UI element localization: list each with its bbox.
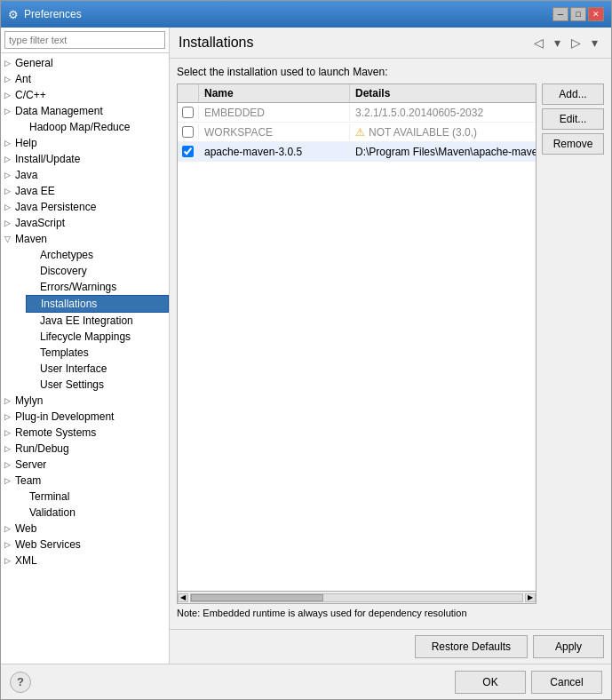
arrow-icon: ▷ bbox=[4, 476, 15, 485]
sidebar-item-installations[interactable]: Installations bbox=[26, 295, 169, 313]
dropdown-forward-button[interactable]: ▾ bbox=[587, 33, 602, 52]
scrollbar-track[interactable] bbox=[190, 593, 523, 602]
apply-button[interactable]: Apply bbox=[533, 635, 604, 658]
sidebar-item-web-services[interactable]: ▷ Web Services bbox=[1, 537, 169, 553]
arrow-icon: ▷ bbox=[4, 524, 15, 533]
sidebar-item-plugin-dev[interactable]: ▷ Plug-in Development bbox=[1, 409, 169, 425]
title-bar-buttons: ─ □ ✕ bbox=[552, 7, 604, 21]
close-button[interactable]: ✕ bbox=[588, 7, 604, 21]
arrow-icon: ▷ bbox=[4, 203, 15, 211]
sidebar-item-user-settings[interactable]: User Settings bbox=[26, 377, 169, 393]
sidebar-item-java[interactable]: ▷ Java bbox=[1, 167, 169, 183]
sidebar-item-general[interactable]: ▷ General bbox=[1, 55, 169, 71]
col-name: Name bbox=[199, 84, 350, 102]
sidebar-item-server[interactable]: ▷ Server bbox=[1, 457, 169, 473]
table-header: Name Details bbox=[178, 84, 536, 103]
sidebar-item-java-ee[interactable]: ▷ Java EE bbox=[1, 183, 169, 199]
sidebar-item-label: JavaScript bbox=[15, 217, 65, 229]
window-title: Preferences bbox=[24, 8, 82, 20]
row-checkbox-workspace[interactable] bbox=[182, 126, 194, 138]
sidebar-item-label: User Settings bbox=[40, 378, 104, 391]
col-check bbox=[178, 84, 199, 102]
bottom-buttons: Restore Defaults Apply bbox=[170, 629, 611, 664]
remove-button[interactable]: Remove bbox=[542, 133, 604, 155]
row-checkbox-embedded[interactable] bbox=[182, 107, 194, 118]
sidebar-item-label: C/C++ bbox=[15, 89, 46, 101]
arrow-icon: ▷ bbox=[4, 75, 15, 84]
sidebar-item-label: Mylyn bbox=[15, 394, 43, 407]
ok-button[interactable]: OK bbox=[455, 671, 526, 694]
sidebar-item-java-persistence[interactable]: ▷ Java Persistence bbox=[1, 199, 169, 215]
sidebar-item-mylyn[interactable]: ▷ Mylyn bbox=[1, 393, 169, 409]
arrow-icon: ▷ bbox=[4, 460, 15, 469]
right-panel: Installations ◁ ▾ ▷ ▾ Select the install… bbox=[170, 28, 611, 664]
table-action-buttons: Add... Edit... Remove bbox=[542, 84, 604, 604]
scroll-right-button[interactable]: ▶ bbox=[525, 593, 536, 602]
tree: ▷ General ▷ Ant ▷ C/C++ ▷ Data Managemen… bbox=[1, 53, 169, 664]
sidebar-item-label: Ant bbox=[15, 73, 31, 85]
dropdown-back-button[interactable]: ▾ bbox=[550, 33, 565, 52]
col-details: Details bbox=[350, 84, 536, 102]
arrow-icon: ▽ bbox=[4, 235, 15, 243]
sidebar-item-lifecycle-mappings[interactable]: Lifecycle Mappings bbox=[26, 329, 169, 345]
sidebar-item-label: Templates bbox=[40, 346, 89, 359]
sidebar-item-run-debug[interactable]: ▷ Run/Debug bbox=[1, 441, 169, 457]
help-button[interactable]: ? bbox=[10, 672, 31, 693]
sidebar-item-archetypes[interactable]: Archetypes bbox=[26, 247, 169, 263]
sidebar-item-data-management[interactable]: ▷ Data Management bbox=[1, 103, 169, 119]
sidebar-item-errors-warnings[interactable]: Errors/Warnings bbox=[26, 279, 169, 295]
edit-button[interactable]: Edit... bbox=[542, 108, 604, 130]
sidebar-item-maven[interactable]: ▽ Maven bbox=[1, 231, 169, 247]
sidebar-item-label: Java EE bbox=[15, 185, 55, 197]
arrow-icon: ▷ bbox=[4, 155, 15, 163]
sidebar-item-xml[interactable]: ▷ XML bbox=[1, 553, 169, 569]
sidebar-item-hadoop[interactable]: Hadoop Map/Reduce bbox=[1, 119, 169, 135]
sidebar-item-web[interactable]: ▷ Web bbox=[1, 521, 169, 537]
horizontal-scrollbar: ◀ ▶ bbox=[178, 591, 536, 603]
sidebar-item-ant[interactable]: ▷ Ant bbox=[1, 71, 169, 87]
add-button[interactable]: Add... bbox=[542, 84, 604, 105]
row-details-workspace: ⚠ NOT AVAILABLE (3.0,) bbox=[350, 124, 536, 140]
panel-header: Installations ◁ ▾ ▷ ▾ bbox=[170, 28, 611, 59]
sidebar-item-team[interactable]: ▷ Team bbox=[1, 473, 169, 489]
sidebar-item-remote-systems[interactable]: ▷ Remote Systems bbox=[1, 425, 169, 441]
warning-icon: ⚠ bbox=[355, 126, 365, 139]
row-checkbox-cell bbox=[178, 124, 199, 139]
row-checkbox-apache[interactable] bbox=[182, 146, 194, 157]
scroll-left-button[interactable]: ◀ bbox=[178, 593, 188, 602]
sidebar-item-label: Archetypes bbox=[40, 249, 93, 261]
restore-defaults-button[interactable]: Restore Defaults bbox=[415, 635, 528, 658]
sidebar-item-install-update[interactable]: ▷ Install/Update bbox=[1, 151, 169, 167]
arrow-icon: ▷ bbox=[4, 444, 15, 453]
sidebar-item-validation[interactable]: Validation bbox=[1, 505, 169, 521]
sidebar-item-label: Java bbox=[15, 169, 37, 181]
sidebar-item-templates[interactable]: Templates bbox=[26, 345, 169, 361]
scrollbar-thumb bbox=[191, 594, 323, 601]
cancel-button[interactable]: Cancel bbox=[531, 671, 602, 694]
panel-toolbar: ◁ ▾ ▷ ▾ bbox=[529, 33, 602, 52]
arrow-icon: ▷ bbox=[4, 187, 15, 195]
maximize-button[interactable]: □ bbox=[570, 7, 586, 21]
table-row: EMBEDDED 3.2.1/1.5.0.20140605-2032 bbox=[178, 103, 536, 123]
filter-input[interactable] bbox=[4, 31, 165, 49]
dialog-bottom: ? OK Cancel bbox=[1, 664, 611, 699]
sidebar: ▷ General ▷ Ant ▷ C/C++ ▷ Data Managemen… bbox=[1, 28, 170, 664]
minimize-button[interactable]: ─ bbox=[552, 7, 568, 21]
sidebar-item-label: Web Services bbox=[15, 538, 81, 551]
sidebar-item-label: Errors/Warnings bbox=[40, 281, 116, 293]
back-button[interactable]: ◁ bbox=[529, 33, 548, 52]
arrow-icon: ▷ bbox=[4, 396, 15, 405]
ok-cancel-buttons: OK Cancel bbox=[455, 671, 602, 694]
sidebar-item-terminal[interactable]: Terminal bbox=[1, 489, 169, 505]
sidebar-item-label: User Interface bbox=[40, 362, 107, 375]
table-body: EMBEDDED 3.2.1/1.5.0.20140605-2032 WORKS… bbox=[178, 103, 536, 591]
sidebar-item-help[interactable]: ▷ Help bbox=[1, 135, 169, 151]
sidebar-item-cpp[interactable]: ▷ C/C++ bbox=[1, 87, 169, 103]
sidebar-item-label: Hadoop Map/Reduce bbox=[29, 121, 130, 133]
sidebar-item-java-ee-integration[interactable]: Java EE Integration bbox=[26, 313, 169, 329]
sidebar-item-javascript[interactable]: ▷ JavaScript bbox=[1, 215, 169, 231]
preferences-window: ⚙ Preferences ─ □ ✕ ▷ General ▷ Ant bbox=[0, 0, 612, 700]
sidebar-item-user-interface[interactable]: User Interface bbox=[26, 361, 169, 377]
sidebar-item-discovery[interactable]: Discovery bbox=[26, 263, 169, 279]
forward-button[interactable]: ▷ bbox=[567, 33, 585, 52]
